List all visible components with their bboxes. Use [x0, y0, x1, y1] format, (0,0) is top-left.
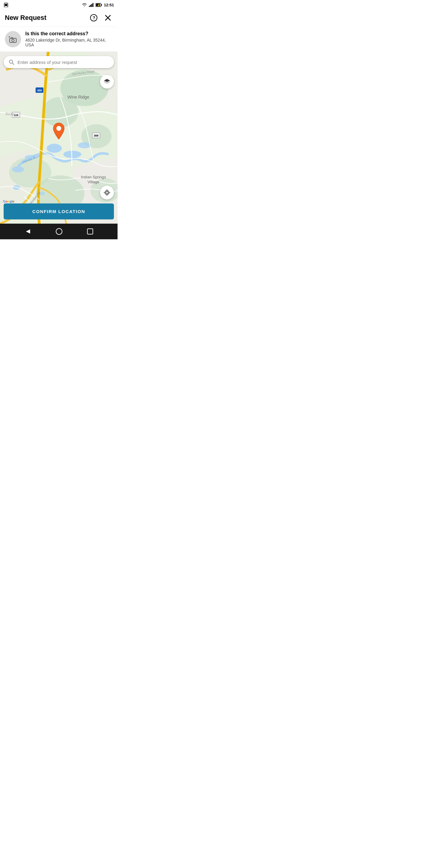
svg-rect-4 — [91, 4, 92, 7]
svg-rect-7 — [101, 4, 102, 6]
address-search-input[interactable] — [18, 60, 109, 65]
search-bar[interactable] — [4, 56, 114, 68]
close-button[interactable] — [103, 13, 113, 23]
svg-line-50 — [12, 63, 14, 64]
svg-marker-61 — [26, 229, 30, 234]
confirm-location-button[interactable]: CONFIRM LOCATION — [4, 204, 114, 219]
address-text: 4620 Lakeridge Dr, Birmingham, AL 35244,… — [25, 38, 113, 47]
recent-square-icon — [87, 228, 93, 235]
nav-bar — [0, 224, 118, 239]
svg-point-31 — [12, 166, 24, 173]
help-circle-icon: ? — [90, 14, 98, 22]
svg-text:?: ? — [93, 16, 96, 20]
wine-ridge-label: Wine Ridge — [67, 95, 90, 99]
svg-rect-3 — [90, 5, 91, 7]
address-info: Is this the correct address? 4620 Lakeri… — [25, 31, 113, 47]
back-button[interactable] — [24, 228, 31, 235]
app-bar-actions: ? — [89, 13, 113, 23]
address-question: Is this the correct address? — [25, 31, 113, 36]
app-bar: New Request ? — [0, 8, 118, 27]
layers-icon — [103, 79, 111, 85]
svg-rect-63 — [87, 229, 93, 234]
svg-text:Village: Village — [88, 180, 99, 184]
svg-text:369: 369 — [94, 134, 98, 137]
svg-point-33 — [78, 142, 91, 148]
sim-card-icon — [4, 2, 8, 7]
time-display: 12:51 — [104, 3, 114, 7]
close-icon — [104, 14, 112, 22]
svg-point-54 — [56, 126, 61, 131]
help-button[interactable]: ? — [89, 13, 99, 23]
svg-text:Indian Springs: Indian Springs — [81, 175, 106, 179]
my-location-icon — [104, 189, 110, 196]
home-circle-icon — [56, 228, 63, 235]
svg-point-55 — [106, 191, 108, 194]
recent-apps-button[interactable] — [87, 228, 93, 235]
location-pin-icon — [52, 122, 65, 140]
svg-point-30 — [63, 151, 82, 158]
battery-icon: ⚡ — [96, 3, 102, 7]
map-container[interactable]: 459 115 369 Wine Ridge Cahaba River Indi… — [0, 52, 118, 224]
svg-text:459: 459 — [37, 89, 41, 92]
status-left — [4, 2, 8, 7]
svg-text:Rocky: Rocky — [5, 113, 14, 116]
svg-rect-2 — [89, 6, 90, 7]
camera-avatar: + — [5, 31, 21, 47]
signal-icon — [89, 3, 94, 7]
google-logo: Google — [3, 199, 14, 203]
home-button[interactable] — [56, 228, 63, 235]
search-icon — [8, 59, 14, 65]
svg-point-29 — [47, 144, 62, 153]
map-pin — [52, 122, 65, 141]
camera-plus-icon: + — [8, 35, 18, 43]
svg-rect-1 — [5, 4, 7, 6]
wifi-icon — [82, 3, 87, 7]
svg-text:115: 115 — [13, 114, 18, 117]
svg-point-16 — [12, 39, 14, 41]
map-layer-button[interactable] — [100, 75, 114, 89]
svg-rect-5 — [93, 3, 93, 7]
address-card: + Is this the correct address? 4620 Lake… — [0, 27, 118, 52]
svg-text:⚡: ⚡ — [97, 4, 100, 7]
svg-point-62 — [56, 228, 62, 235]
status-bar: ⚡ 12:51 — [0, 0, 118, 8]
my-location-button[interactable] — [100, 186, 114, 199]
page-title: New Request — [5, 14, 46, 22]
back-arrow-icon — [24, 228, 31, 235]
status-right: ⚡ 12:51 — [82, 3, 114, 7]
